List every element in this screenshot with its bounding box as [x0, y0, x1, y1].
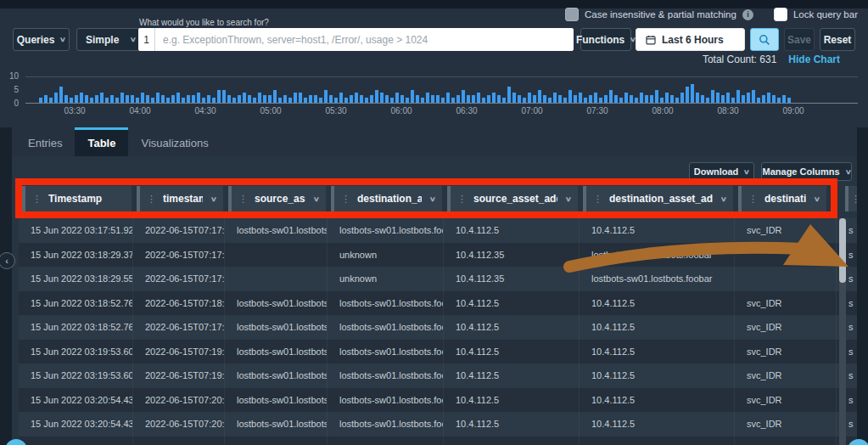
- histogram-bar[interactable]: [757, 98, 760, 103]
- histogram-bar[interactable]: [400, 95, 404, 103]
- histogram-bar[interactable]: [248, 95, 251, 103]
- histogram-bar[interactable]: [696, 93, 699, 103]
- table-row[interactable]: 15 Jun 2022 03:19:53.602022-06-15T07:19:…: [19, 363, 857, 388]
- histogram-bar[interactable]: [747, 93, 750, 103]
- reset-button[interactable]: Reset: [820, 28, 855, 51]
- table-row[interactable]: 15 Jun 2022 03:17:51.922022-06-15T07:17:…: [19, 218, 857, 243]
- column-header-destination_asset_address[interactable]: ⋮destination_asset_address∨: [583, 186, 733, 211]
- histogram-bar[interactable]: [558, 95, 562, 103]
- histogram-bar[interactable]: [482, 98, 485, 103]
- histogram-bar[interactable]: [406, 98, 409, 103]
- histogram-bar[interactable]: [686, 87, 689, 103]
- histogram-bar[interactable]: [726, 93, 730, 103]
- tab-table[interactable]: Table: [75, 127, 128, 156]
- histogram-bar[interactable]: [548, 98, 552, 103]
- histogram-bar[interactable]: [100, 93, 104, 103]
- chevron-down-icon[interactable]: ∨: [565, 195, 572, 203]
- table-row[interactable]: 15 Jun 2022 03:20:54.432022-06-15T07:20:…: [19, 388, 857, 413]
- histogram-bar[interactable]: [675, 98, 679, 103]
- lock-query-bar-option[interactable]: Lock query bar: [774, 8, 858, 21]
- table-scrollbar-thumb[interactable]: [839, 218, 846, 283]
- histogram-bar[interactable]: [324, 90, 328, 104]
- chevron-down-icon[interactable]: ∨: [814, 195, 820, 203]
- histogram-bar[interactable]: [278, 98, 282, 103]
- histogram-bar[interactable]: [624, 93, 628, 103]
- drag-handle-icon[interactable]: ⋮: [238, 194, 248, 205]
- histogram-bar[interactable]: [416, 95, 419, 103]
- histogram-bar[interactable]: [736, 90, 740, 104]
- histogram-bar[interactable]: [75, 95, 78, 103]
- queries-dropdown-button[interactable]: Queries ∨: [13, 28, 70, 51]
- histogram-bar[interactable]: [85, 95, 88, 103]
- histogram-bar[interactable]: [538, 90, 541, 104]
- histogram-bar[interactable]: [39, 98, 42, 103]
- histogram-bar[interactable]: [375, 90, 378, 104]
- histogram-bar[interactable]: [426, 93, 429, 103]
- histogram-bar[interactable]: [553, 93, 557, 103]
- histogram-bar[interactable]: [456, 95, 460, 103]
- table-row[interactable]: 15 Jun 2022 03:20:54.432022-06-15T07:20:…: [19, 412, 857, 437]
- histogram-bars[interactable]: [39, 71, 791, 103]
- histogram-bar[interactable]: [120, 93, 124, 103]
- drag-handle-icon[interactable]: ⋮: [457, 194, 467, 205]
- histogram-bar[interactable]: [574, 95, 577, 103]
- hide-chart-link[interactable]: Hide Chart: [788, 54, 840, 65]
- column-header-destination_user[interactable]: ⋮destination_user∨: [738, 186, 826, 211]
- histogram-bar[interactable]: [131, 95, 134, 103]
- histogram-bar[interactable]: [614, 95, 618, 103]
- histogram-bar[interactable]: [467, 95, 470, 103]
- histogram-bar[interactable]: [365, 98, 368, 103]
- histogram-bar[interactable]: [380, 93, 384, 103]
- histogram-bar[interactable]: [334, 98, 338, 103]
- histogram-bar[interactable]: [660, 98, 664, 103]
- search-input[interactable]: [155, 28, 574, 51]
- histogram-bar[interactable]: [355, 93, 358, 103]
- histogram-bar[interactable]: [161, 95, 165, 103]
- histogram-bar[interactable]: [197, 93, 200, 103]
- histogram-bar[interactable]: [767, 93, 770, 103]
- histogram-bar[interactable]: [166, 98, 170, 103]
- lock-query-bar-checkbox[interactable]: [774, 8, 787, 21]
- histogram-bar[interactable]: [319, 98, 322, 103]
- histogram-bar[interactable]: [115, 98, 119, 103]
- histogram-bar[interactable]: [350, 95, 353, 103]
- histogram-bar[interactable]: [329, 95, 333, 103]
- histogram-bar[interactable]: [141, 93, 144, 103]
- time-range-picker[interactable]: Last 6 Hours: [636, 28, 745, 51]
- histogram-bar[interactable]: [451, 98, 455, 103]
- histogram-bar[interactable]: [787, 98, 791, 103]
- histogram-bar[interactable]: [263, 95, 266, 103]
- histogram-bar[interactable]: [80, 93, 83, 103]
- column-header-source_asset_address[interactable]: ⋮source_asset_address∨: [447, 186, 578, 211]
- histogram-bar[interactable]: [543, 95, 546, 103]
- search-button[interactable]: [750, 28, 779, 51]
- histogram-bar[interactable]: [655, 90, 658, 104]
- histogram-bar[interactable]: [782, 95, 786, 103]
- table-row[interactable]: 15 Jun 2022 03:18:52.762022-06-15T07:18:…: [19, 291, 857, 316]
- column-header-destination_asset[interactable]: ⋮destination_asset∨: [331, 186, 442, 211]
- histogram-bar[interactable]: [497, 95, 501, 103]
- save-button[interactable]: Save: [784, 28, 815, 51]
- histogram-bar[interactable]: [594, 93, 597, 103]
- histogram-bar[interactable]: [222, 90, 226, 104]
- histogram-bar[interactable]: [304, 98, 307, 103]
- histogram-bar[interactable]: [156, 93, 160, 103]
- histogram-bar[interactable]: [136, 98, 139, 103]
- tab-entries[interactable]: Entries: [15, 127, 75, 156]
- histogram-bar[interactable]: [752, 90, 755, 104]
- histogram-bar[interactable]: [589, 95, 592, 103]
- functions-dropdown-button[interactable]: Functions ∨: [580, 28, 631, 51]
- histogram-bar[interactable]: [207, 95, 210, 103]
- histogram-bar[interactable]: [187, 95, 190, 103]
- histogram-bar[interactable]: [110, 95, 114, 103]
- histogram-bar[interactable]: [253, 98, 256, 103]
- histogram-bar[interactable]: [772, 95, 776, 103]
- histogram-bar[interactable]: [680, 93, 684, 103]
- histogram-bar[interactable]: [309, 95, 312, 103]
- histogram-bar[interactable]: [95, 95, 98, 103]
- histogram-bar[interactable]: [70, 98, 73, 103]
- histogram-bar[interactable]: [192, 95, 195, 103]
- histogram-bar[interactable]: [604, 95, 608, 103]
- histogram-bar[interactable]: [502, 98, 506, 103]
- tab-visualizations[interactable]: Visualizations: [128, 127, 221, 156]
